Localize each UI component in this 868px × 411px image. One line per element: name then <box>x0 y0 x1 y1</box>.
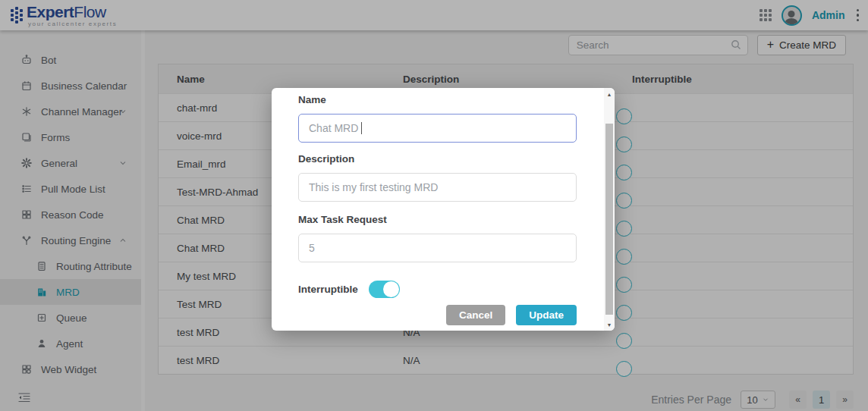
modal-scrollbar[interactable]: ▲ ▼ <box>604 88 615 331</box>
text-caret <box>361 122 362 134</box>
max-task-request-input[interactable] <box>298 234 577 262</box>
name-input[interactable]: Chat MRD <box>298 114 577 143</box>
scrollbar-thumb[interactable] <box>605 124 613 315</box>
update-button[interactable]: Update <box>516 305 577 325</box>
description-label: Description <box>298 153 577 165</box>
description-input[interactable] <box>298 173 577 202</box>
name-label: Name <box>298 94 577 106</box>
interruptible-toggle[interactable] <box>369 281 400 298</box>
scroll-up-icon[interactable]: ▲ <box>604 89 615 99</box>
cancel-button[interactable]: Cancel <box>446 305 505 325</box>
max-task-request-label: Max Task Request <box>298 214 577 226</box>
scroll-down-icon[interactable]: ▼ <box>604 319 615 330</box>
interruptible-label: Interruptible <box>298 284 358 295</box>
edit-mrd-modal: Name Chat MRD Description Max Task Reque… <box>272 88 615 331</box>
